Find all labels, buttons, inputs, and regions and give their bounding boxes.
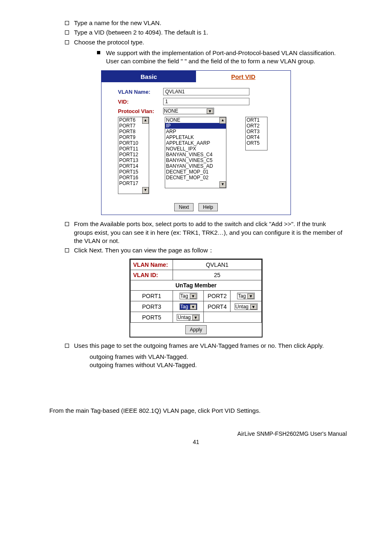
list-item[interactable]: APPLETALK <box>165 134 226 140</box>
list-item[interactable]: ORT4 <box>246 134 267 140</box>
list-item[interactable]: NOVELL_IPX <box>165 146 226 152</box>
footer-manual: AirLive SNMP-FSH2602MG User's Manual <box>49 430 347 437</box>
list-item[interactable]: ORT5 <box>246 140 267 146</box>
fig2-panel: VLAN Name: QVLAN1 VLAN ID: 25 UnTag Memb… <box>129 259 263 338</box>
sublist: We support with the implementation of Po… <box>90 49 343 66</box>
port-label: PORT4 <box>204 301 231 312</box>
scroll-up-icon[interactable]: ▲ <box>142 117 149 124</box>
text-tag: outgoing frames with VLAN-Tagged. <box>90 353 343 361</box>
list-item[interactable]: PORT15 <box>118 169 149 175</box>
scroll-down-icon[interactable]: ▼ <box>219 181 226 188</box>
value-vlan-id: 25 <box>173 270 262 280</box>
chevron-down-icon: ▼ <box>192 315 199 320</box>
list-item[interactable]: PORT10 <box>118 140 149 146</box>
input-vid[interactable] <box>163 98 249 105</box>
list-item[interactable]: BANYAN_VINES_AD <box>165 163 226 169</box>
subitem-support: We support with the implementation of Po… <box>106 49 343 66</box>
scroll-down-icon[interactable]: ▼ <box>142 187 149 194</box>
list-item[interactable]: PORT17 <box>118 180 149 186</box>
ports-right-listbox[interactable]: ORT1 ORT2 ORT3 ORT4 ORT5 <box>245 117 267 150</box>
select-protocol[interactable]: NONE ▼ <box>163 108 214 114</box>
chevron-down-icon: ▼ <box>250 304 257 310</box>
list-item[interactable]: PORT9 <box>118 134 149 140</box>
help-button[interactable]: Help <box>198 203 218 211</box>
scroll-up-icon[interactable]: ▲ <box>219 117 226 124</box>
label-vid: VID: <box>118 99 163 105</box>
fig1-panel: Basic Port VID VLAN Name: VID: Protocol … <box>101 70 291 215</box>
list-item[interactable]: PORT12 <box>118 152 149 157</box>
list-item-selected[interactable]: IP <box>165 123 226 129</box>
list-item[interactable]: ORT1 <box>246 117 267 123</box>
top-list: Type a name for the new VLAN. Type a VID… <box>49 19 343 46</box>
chevron-down-icon: ▼ <box>190 304 196 310</box>
port-label: PORT1 <box>131 291 173 301</box>
apply-button[interactable]: Apply <box>185 325 207 334</box>
table-row: PORT3 Tag▼ PORT4 Untag▼ <box>131 301 262 312</box>
chevron-down-icon: ▼ <box>247 294 254 299</box>
list-item[interactable]: BANYAN_VINES_C5 <box>165 157 226 163</box>
label-vlan-id: VLAN ID: <box>131 270 173 280</box>
port-label: PORT2 <box>204 291 231 301</box>
item-vid: Type a VID (between 2 to 4094). The defa… <box>74 28 343 37</box>
select-protocol-value: NONE <box>164 108 178 114</box>
item-protocol: Choose the protocol type. <box>74 38 343 46</box>
list-item[interactable]: ARP <box>165 129 226 134</box>
bottom-list: Uses this page to set the outgoing frame… <box>49 342 343 350</box>
list-item[interactable]: PORT16 <box>118 175 149 180</box>
mid-list: From the Available ports box, select por… <box>49 220 343 254</box>
tag-select[interactable]: Tag▼ <box>237 293 255 299</box>
tag-select[interactable]: Tag▼ <box>180 303 197 310</box>
tab-port-vid[interactable]: Port VID <box>196 71 291 82</box>
item-name: Type a name for the new VLAN. <box>74 19 343 27</box>
ports-left-listbox[interactable]: ▲ PORT6 PORT7 PORT8 PORT9 PORT10 PORT11 … <box>118 117 149 194</box>
item-tag-frames: Uses this page to set the outgoing frame… <box>74 342 343 350</box>
list-item[interactable]: PORT14 <box>118 163 149 169</box>
tag-select[interactable]: Tag▼ <box>180 293 197 299</box>
label-vlan-name: VLAN Name: <box>131 260 173 270</box>
next-button[interactable]: Next <box>174 203 194 211</box>
tab-basic[interactable]: Basic <box>101 71 196 82</box>
list-item[interactable]: APPLETALK_AARP <box>165 140 226 146</box>
protocol-options-listbox[interactable]: ▲ NONE IP ARP APPLETALK APPLETALK_AARP N… <box>165 117 226 188</box>
list-item[interactable]: PORT11 <box>118 146 149 152</box>
list-item[interactable]: PORT13 <box>118 157 149 163</box>
list-item[interactable]: PORT7 <box>118 123 149 129</box>
list-item[interactable]: NONE <box>165 117 226 123</box>
list-item[interactable]: ORT2 <box>246 123 267 129</box>
port-label: PORT3 <box>131 301 173 312</box>
item-click-next: Click Next. Then you can view the page a… <box>74 246 343 254</box>
value-vlan-name: QVLAN1 <box>173 260 262 270</box>
tag-select[interactable]: Untag▼ <box>177 314 200 321</box>
port-label: PORT5 <box>131 312 173 323</box>
heading-untag: UnTag Member <box>131 280 262 291</box>
tag-select[interactable]: Untag▼ <box>235 303 258 310</box>
table-row: PORT5 Untag▼ <box>131 312 262 323</box>
text-untag: outgoing frames without VLAN-Tagged. <box>90 361 343 369</box>
footer-page-number: 41 <box>49 439 343 445</box>
italic-section-title <box>49 394 343 401</box>
list-item[interactable]: ORT3 <box>246 129 267 134</box>
input-vlan-name[interactable] <box>163 88 249 95</box>
list-item[interactable]: DECNET_MOP_02 <box>165 175 226 180</box>
chevron-down-icon: ▼ <box>190 294 196 299</box>
label-vlan-name: VLAN Name: <box>118 89 163 95</box>
item-add-ports: From the Available ports box, select por… <box>74 220 343 245</box>
label-protocol: Protocol Vlan: <box>118 108 163 114</box>
table-row: PORT1 Tag▼ PORT2 Tag▼ <box>131 291 262 301</box>
list-item[interactable]: BANYAN_VINES_C4 <box>165 152 226 157</box>
portvid-instruction: From the main Tag-based (IEEE 802.1Q) VL… <box>49 407 343 414</box>
list-item[interactable]: DECNET_MOP_01 <box>165 169 226 175</box>
chevron-down-icon: ▼ <box>207 109 213 114</box>
list-item[interactable]: PORT8 <box>118 129 149 134</box>
